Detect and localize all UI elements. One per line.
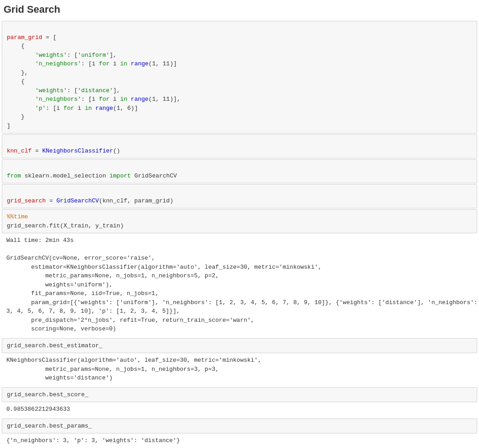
cell-param-grid-input[interactable]: param_grid = [ { 'weights': ['uniform'],… xyxy=(2,21,477,133)
cell-best-params-output: {'n_neighbors': 3, 'p': 3, 'weights': 'd… xyxy=(2,434,477,447)
cell-knn-clf-input[interactable]: knn_clf = KNeighborsClassifier() xyxy=(2,134,477,158)
cell-grid-search-input[interactable]: grid_search = GridSearchCV(knn_clf, para… xyxy=(2,184,477,208)
cell-fit-input[interactable]: %%time grid_search.fit(X_train, y_train) xyxy=(2,209,477,233)
page-title: Grid Search xyxy=(0,0,479,20)
cell-import-input[interactable]: from sklearn.model_selection import Grid… xyxy=(2,159,477,183)
cell-best-score-output: 0.9853862212943633 xyxy=(2,403,477,416)
cell-best-estimator-output: KNeighborsClassifier(algorithm='auto', l… xyxy=(2,354,477,384)
cell-fit-output: Wall time: 2min 43s GridSearchCV(cv=None… xyxy=(2,234,477,335)
cell-best-score-input[interactable]: grid_search.best_score_ xyxy=(2,387,477,403)
cell-best-params-input[interactable]: grid_search.best_params_ xyxy=(2,418,477,434)
cell-best-estimator-input[interactable]: grid_search.best_estimator_ xyxy=(2,338,477,354)
